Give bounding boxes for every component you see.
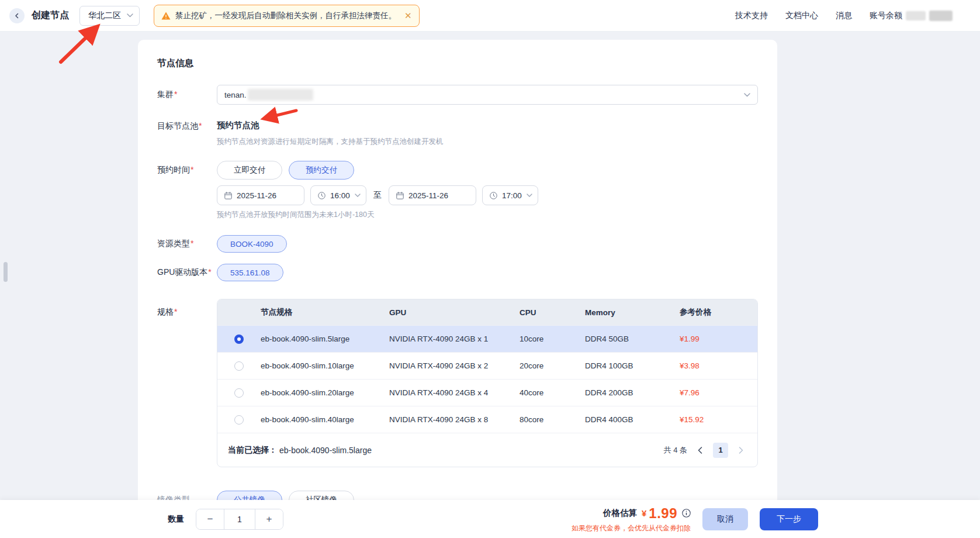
header-cell: CPU — [520, 308, 585, 317]
spec-table-body: eb-book.4090-slim.5largeNVIDIA RTX-4090 … — [217, 325, 757, 433]
chevron-down-icon — [355, 194, 361, 197]
header-cell: Memory — [585, 308, 680, 317]
target-pool-helper: 预约节点池对资源进行短期定时隔离，支持基于预约节点池创建开发机 — [217, 137, 444, 147]
cancel-button[interactable]: 取消 — [702, 508, 748, 530]
table-row[interactable]: eb-book.4090-slim.20largeNVIDIA RTX-4090… — [217, 379, 757, 406]
quantity-decrease-button[interactable]: − — [196, 509, 224, 529]
radio-button[interactable] — [234, 415, 244, 425]
close-icon[interactable]: ✕ — [404, 11, 412, 20]
price-label: 价格估算 — [603, 508, 637, 519]
spec-table: 节点规格GPUCPUMemory参考价格 eb-book.4090-slim.5… — [217, 299, 758, 467]
spec-label: 规格* — [157, 299, 217, 318]
nav-link-2[interactable]: 消息 — [836, 11, 852, 21]
redacted-cluster-name — [248, 89, 313, 101]
table-row[interactable]: eb-book.4090-slim.5largeNVIDIA RTX-4090 … — [217, 325, 757, 352]
cell-cpu: 40core — [520, 388, 585, 397]
spec-table-header: 节点规格GPUCPUMemory参考价格 — [217, 299, 757, 325]
drawer-handle[interactable] — [4, 262, 8, 282]
target-pool-row: 目标节点池* 预约节点池 预约节点池对资源进行短期定时隔离，支持基于预约节点池创… — [157, 120, 777, 147]
end-date-value: 2025-11-26 — [408, 191, 448, 200]
balance-label: 账号余额 — [870, 11, 902, 21]
page-prev-button[interactable] — [694, 443, 706, 457]
resource-type-label: 资源类型* — [157, 239, 217, 249]
page-next-button[interactable] — [735, 443, 747, 457]
back-button[interactable] — [9, 8, 25, 23]
cell-cpu: 20core — [520, 361, 585, 370]
price-value: 1.99 — [649, 505, 677, 522]
cell-cpu: 80core — [520, 415, 585, 424]
schedule-option[interactable]: 预约交付 — [289, 161, 354, 180]
warning-banner: 禁止挖矿，一经发现后自动删除相关实例，自行承担法律责任。 ✕ — [154, 5, 420, 27]
total-count: 共 4 条 — [664, 445, 687, 456]
cell-spec: eb-book.4090-slim.5large — [261, 334, 389, 343]
end-time-select[interactable]: 17:00 — [482, 185, 538, 205]
nav-links: 技术支持文档中心消息 — [735, 11, 852, 21]
target-pool-label: 目标节点池* — [157, 120, 217, 132]
radio-cell — [217, 388, 261, 398]
cell-spec: eb-book.4090-slim.10large — [261, 361, 389, 370]
cell-price: ¥3.98 — [680, 361, 757, 370]
cell-gpu: NVIDIA RTX-4090 24GB x 4 — [389, 388, 520, 397]
header-cell: 节点规格 — [261, 307, 389, 318]
region-select-value: 华北二区 — [88, 11, 121, 21]
info-icon[interactable] — [682, 509, 691, 518]
start-time-select[interactable]: 16:00 — [310, 185, 366, 205]
schedule-options: 立即交付预约交付 — [217, 161, 354, 180]
cell-gpu: NVIDIA RTX-4090 24GB x 1 — [389, 334, 520, 343]
cell-price: ¥15.92 — [680, 415, 757, 424]
spec-table-footer: 当前已选择： eb-book.4090-slim.5large 共 4 条 1 — [217, 433, 757, 467]
radio-button[interactable] — [234, 361, 244, 371]
bottombar: 数量 − 1 + 价格估算 ¥ 1.99 如果您有代金券，会优先从代金券扣除 取… — [0, 500, 980, 538]
account-balance[interactable]: 账号余额 — [870, 11, 953, 21]
radio-button[interactable] — [234, 388, 244, 398]
start-time-value: 16:00 — [330, 191, 350, 200]
table-row[interactable]: eb-book.4090-slim.40largeNVIDIA RTX-4090… — [217, 406, 757, 433]
resource-type-option[interactable]: BOOK-4090 — [217, 235, 287, 253]
resource-type-row: 资源类型* BOOK-4090 — [157, 235, 777, 253]
nav-link-1[interactable]: 文档中心 — [785, 11, 818, 21]
cluster-row: 集群* tenan. — [157, 85, 777, 105]
schedule-helper: 预约节点池开放预约时间范围为未来1小时-180天 — [217, 210, 777, 220]
section-title: 节点信息 — [157, 40, 777, 70]
cluster-select[interactable]: tenan. — [217, 85, 758, 105]
redacted-balance — [906, 11, 926, 20]
quantity-increase-button[interactable]: + — [255, 509, 283, 529]
cluster-select-value: tenan. — [224, 91, 247, 99]
warning-text: 禁止挖矿，一经发现后自动删除相关实例，自行承担法律责任。 — [175, 11, 396, 21]
quantity-label: 数量 — [168, 514, 184, 525]
radio-cell — [217, 361, 261, 371]
calendar-icon — [224, 192, 232, 199]
calendar-icon — [396, 192, 404, 199]
region-select[interactable]: 华北二区 — [79, 6, 140, 26]
quantity-stepper: − 1 + — [196, 509, 283, 530]
cell-spec: eb-book.4090-slim.20large — [261, 388, 389, 397]
chevron-down-icon — [527, 194, 532, 197]
gpu-driver-row: GPU驱动版本* 535.161.08 — [157, 264, 777, 281]
schedule-label: 预约时间* — [157, 165, 217, 175]
selected-caption: 当前已选择： — [228, 445, 277, 456]
target-pool-content: 预约节点池 预约节点池对资源进行短期定时隔离，支持基于预约节点池创建开发机 — [217, 120, 444, 147]
header-cell: GPU — [389, 308, 520, 317]
bottombar-right: 价格估算 ¥ 1.99 如果您有代金券，会优先从代金券扣除 取消 下一步 — [572, 505, 818, 533]
cell-memory: DDR4 200GB — [585, 388, 680, 397]
radio-cell — [217, 334, 261, 344]
nav-link-0[interactable]: 技术支持 — [735, 11, 768, 21]
voucher-note: 如果您有代金券，会优先从代金券扣除 — [572, 523, 691, 533]
cell-spec: eb-book.4090-slim.40large — [261, 415, 389, 424]
redacted-balance — [929, 11, 953, 21]
cell-memory: DDR4 400GB — [585, 415, 680, 424]
cell-memory: DDR4 50GB — [585, 334, 680, 343]
price-estimate: 价格估算 ¥ 1.99 如果您有代金券，会优先从代金券扣除 — [572, 505, 691, 533]
schedule-option[interactable]: 立即交付 — [217, 161, 282, 180]
cluster-label: 集群* — [157, 89, 217, 100]
range-separator: 至 — [373, 190, 382, 201]
table-row[interactable]: eb-book.4090-slim.10largeNVIDIA RTX-4090… — [217, 352, 757, 379]
gpu-driver-option[interactable]: 535.161.08 — [217, 264, 283, 281]
start-date-input[interactable]: 2025-11-26 — [217, 185, 304, 205]
end-date-input[interactable]: 2025-11-26 — [389, 185, 476, 205]
next-step-button[interactable]: 下一步 — [760, 508, 818, 530]
start-date-value: 2025-11-26 — [237, 191, 276, 200]
radio-button[interactable] — [234, 334, 244, 344]
schedule-row: 预约时间* 立即交付预约交付 — [157, 161, 777, 180]
page-number[interactable]: 1 — [713, 443, 728, 458]
